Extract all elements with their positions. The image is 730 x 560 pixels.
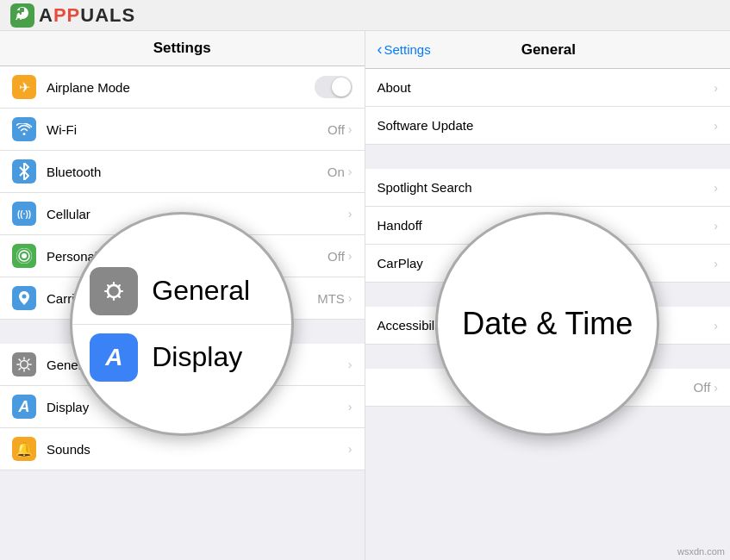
- chevron-icon: ›: [714, 381, 718, 395]
- list-item[interactable]: Wi-Fi Off ›: [0, 109, 365, 151]
- chevron-icon: ›: [714, 81, 718, 95]
- chevron-icon: ›: [348, 122, 353, 136]
- general-list-1: About › Software Update ›: [365, 69, 731, 145]
- chevron-icon: ›: [348, 249, 353, 263]
- settings-header: Settings: [0, 31, 365, 66]
- mag-display-icon: A: [90, 333, 138, 382]
- logo: A APPUALS: [10, 3, 135, 28]
- svg-point-8: [21, 361, 28, 369]
- off-value: Off: [694, 380, 711, 395]
- sounds-icon: 🔔: [12, 437, 36, 461]
- chevron-icon: ›: [714, 319, 718, 333]
- spotlight-label: Spotlight Search: [377, 180, 714, 195]
- wifi-value: Off: [328, 122, 345, 137]
- carrier-value: MTS: [317, 291, 345, 306]
- chevron-icon: ›: [348, 442, 353, 456]
- bluetooth-icon: [12, 159, 36, 184]
- magnifier-right: Date & Time: [435, 212, 659, 436]
- right-panel: ‹ Settings General About › Software Upda…: [365, 31, 731, 560]
- hotspot-icon: [12, 244, 36, 268]
- magnifier-general-row: General: [72, 267, 291, 315]
- general-header: ‹ Settings General: [365, 31, 731, 69]
- chevron-icon: ›: [714, 257, 718, 271]
- display-icon: A: [12, 395, 36, 419]
- bluetooth-value: On: [328, 165, 345, 179]
- section-separator: [365, 145, 731, 169]
- list-item[interactable]: Bluetooth On ›: [0, 151, 365, 193]
- svg-point-4: [22, 253, 27, 258]
- watermark: wsxdn.com: [677, 546, 725, 557]
- list-item[interactable]: Spotlight Search ›: [365, 169, 731, 207]
- wifi-label: Wi-Fi: [47, 122, 328, 137]
- chevron-icon: ›: [348, 165, 353, 178]
- about-label: About: [377, 80, 714, 95]
- magnifier-date-row: Date & Time: [438, 289, 657, 359]
- software-update-label: Software Update: [377, 118, 714, 133]
- svg-text:A: A: [16, 12, 22, 22]
- chevron-icon: ›: [348, 207, 353, 221]
- chevron-icon: ›: [714, 119, 718, 133]
- chevron-icon: ›: [348, 291, 353, 305]
- mag-display-label: Display: [152, 341, 242, 373]
- general-icon: [12, 352, 36, 376]
- svg-point-7: [22, 295, 27, 299]
- airplane-mode-toggle[interactable]: [315, 76, 353, 98]
- chevron-icon: ›: [348, 358, 353, 371]
- logo-text: APPUALS: [39, 4, 135, 27]
- cellular-icon: ((·)): [12, 202, 36, 226]
- list-item[interactable]: ✈ Airplane Mode: [0, 66, 365, 109]
- toggle-knob: [332, 78, 351, 96]
- general-title: General: [379, 41, 718, 59]
- mag-general-label: General: [152, 275, 250, 307]
- bluetooth-label: Bluetooth: [47, 165, 328, 179]
- sounds-label: Sounds: [47, 442, 348, 457]
- mag-date-label: Date & Time: [462, 306, 633, 342]
- logo-icon: A: [10, 3, 34, 28]
- magnifier-display-row: A Display: [72, 324, 291, 382]
- wifi-icon: [12, 117, 36, 141]
- chevron-icon: ›: [348, 400, 353, 414]
- carrier-icon: [12, 286, 36, 310]
- mag-general-icon: [90, 267, 138, 315]
- chevron-icon: ›: [714, 219, 718, 233]
- left-panel: Settings ✈ Airplane Mode: [0, 31, 365, 560]
- airplane-mode-label: Airplane Mode: [47, 80, 315, 95]
- list-item[interactable]: Software Update ›: [365, 107, 731, 145]
- main-content: Settings ✈ Airplane Mode: [0, 31, 730, 560]
- hotspot-value: Off: [328, 249, 345, 264]
- list-item[interactable]: About ›: [365, 69, 731, 107]
- logo-bar: A APPUALS: [0, 0, 730, 31]
- magnifier-left: General A Display: [70, 212, 294, 436]
- chevron-icon: ›: [714, 181, 718, 195]
- airplane-mode-icon: ✈: [12, 75, 36, 99]
